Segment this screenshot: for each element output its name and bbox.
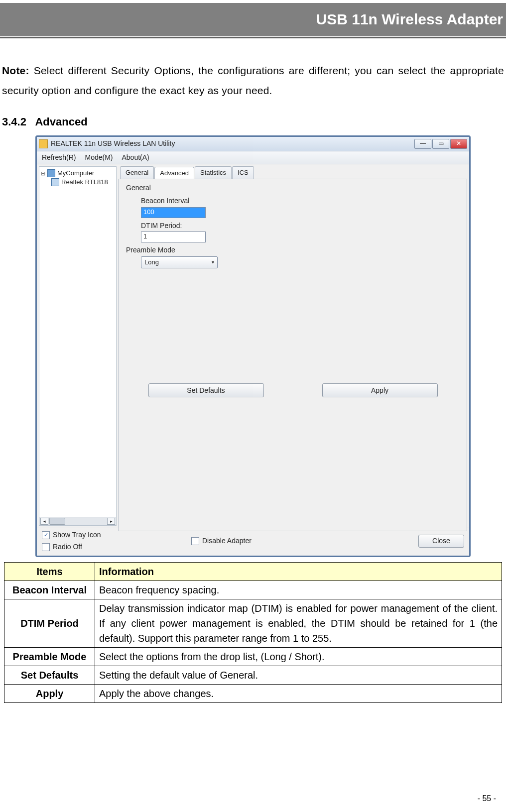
- beacon-interval-label: Beacon Interval: [141, 196, 460, 206]
- section-heading: 3.4.2 Advanced: [2, 112, 504, 132]
- minimize-button[interactable]: —: [414, 139, 431, 149]
- menu-about[interactable]: About(A): [122, 153, 149, 163]
- maximize-button[interactable]: ▭: [432, 139, 449, 149]
- table-row: Set DefaultsSetting the default value of…: [4, 666, 502, 685]
- set-defaults-button[interactable]: Set Defaults: [148, 383, 264, 397]
- titlebar[interactable]: REALTEK 11n USB Wireless LAN Utility — ▭…: [37, 137, 469, 151]
- row-info: Setting the default value of General.: [95, 666, 502, 685]
- tree-sidebar: ⊟ MyComputer Realtek RTL818 ◂ ▸: [39, 166, 117, 526]
- document-header: USB 11n Wireless Adapter: [0, 3, 506, 36]
- show-tray-checkbox[interactable]: ✓ Show Tray Icon: [42, 530, 191, 540]
- row-info: Apply the above changes.: [95, 685, 502, 703]
- row-item: Preamble Mode: [4, 648, 95, 666]
- table-row: DTIM PeriodDelay transmission indicator …: [4, 599, 502, 648]
- note-paragraph: Note: Select different Security Options,…: [2, 61, 504, 101]
- collapse-icon[interactable]: ⊟: [40, 170, 45, 177]
- col-items: Items: [4, 563, 95, 581]
- chevron-down-icon: ▾: [212, 259, 214, 266]
- section-title: Advanced: [35, 116, 87, 128]
- computer-icon: [47, 169, 55, 177]
- close-label: Close: [432, 536, 450, 546]
- row-item: Beacon Interval: [4, 581, 95, 599]
- group-label: General: [126, 183, 460, 193]
- row-info: Select the options from the drop list, (…: [95, 648, 502, 666]
- scroll-thumb[interactable]: [49, 518, 65, 525]
- tree-child[interactable]: Realtek RTL818: [40, 178, 115, 187]
- tab-statistics[interactable]: Statistics: [195, 166, 232, 179]
- tab-general[interactable]: General: [120, 166, 154, 179]
- dtim-period-label: DTIM Period:: [141, 221, 460, 231]
- note-label: Note:: [2, 65, 29, 76]
- info-table: Items Information Beacon IntervalBeacon …: [4, 562, 502, 703]
- beacon-interval-input[interactable]: 100: [141, 207, 206, 218]
- header-divider: [0, 37, 506, 38]
- set-defaults-label: Set Defaults: [187, 386, 225, 396]
- table-row: ApplyApply the above changes.: [4, 685, 502, 703]
- tab-advanced[interactable]: Advanced: [154, 167, 194, 179]
- menu-refresh[interactable]: Refresh(R): [42, 153, 76, 163]
- scroll-left-icon[interactable]: ◂: [40, 518, 48, 525]
- preamble-mode-label: Preamble Mode: [126, 245, 460, 255]
- window-title: REALTEK 11n USB Wireless LAN Utility: [51, 139, 414, 149]
- tab-ics[interactable]: ICS: [232, 166, 254, 179]
- apply-label: Apply: [371, 386, 388, 396]
- table-row: Beacon IntervalBeacon frequency spacing.: [4, 581, 502, 599]
- apply-button[interactable]: Apply: [322, 383, 438, 397]
- tree-root[interactable]: ⊟ MyComputer: [40, 169, 115, 178]
- app-window: REALTEK 11n USB Wireless LAN Utility — ▭…: [35, 135, 471, 558]
- dtim-period-input[interactable]: 1: [141, 232, 206, 242]
- row-item: Set Defaults: [4, 666, 95, 685]
- checkbox-empty-icon: [42, 543, 50, 551]
- disable-adapter-label: Disable Adapter: [202, 536, 252, 546]
- advanced-panel: General Beacon Interval 100 DTIM Period:…: [119, 179, 467, 531]
- preamble-mode-select[interactable]: Long ▾: [141, 256, 218, 268]
- scroll-right-icon[interactable]: ▸: [107, 518, 115, 525]
- tree-child-label: Realtek RTL818: [61, 178, 108, 187]
- dtim-period-value: 1: [143, 232, 147, 240]
- tree-root-label: MyComputer: [57, 169, 94, 178]
- table-row: Preamble ModeSelect the options from the…: [4, 648, 502, 666]
- close-window-button[interactable]: ✕: [450, 139, 467, 149]
- menu-mode[interactable]: Mode(M): [85, 153, 113, 163]
- page-number: - 55 -: [478, 791, 496, 806]
- horizontal-scrollbar[interactable]: ◂ ▸: [39, 517, 116, 525]
- radio-off-label: Radio Off: [53, 542, 82, 552]
- bottom-bar: ✓ Show Tray Icon Radio Off Disable Adapt…: [37, 528, 469, 556]
- document-title: USB 11n Wireless Adapter: [316, 11, 503, 27]
- disable-adapter-checkbox[interactable]: Disable Adapter: [191, 536, 418, 546]
- menubar: Refresh(R) Mode(M) About(A): [37, 151, 469, 165]
- preamble-mode-value: Long: [144, 258, 159, 267]
- close-button[interactable]: Close: [418, 535, 464, 548]
- beacon-interval-value: 100: [143, 208, 154, 216]
- show-tray-label: Show Tray Icon: [53, 530, 101, 540]
- checkbox-checked-icon: ✓: [42, 531, 50, 539]
- row-info: Beacon frequency spacing.: [95, 581, 502, 599]
- note-text: Select different Security Options, the c…: [2, 65, 504, 96]
- tabstrip: General Advanced Statistics ICS: [119, 166, 467, 179]
- row-item: DTIM Period: [4, 599, 95, 648]
- row-item: Apply: [4, 685, 95, 703]
- row-info: Delay transmission indicator map (DTIM) …: [95, 599, 502, 648]
- section-number: 3.4.2: [2, 116, 26, 128]
- col-information: Information: [95, 563, 502, 581]
- radio-off-checkbox[interactable]: Radio Off: [42, 542, 191, 552]
- app-icon: [39, 139, 48, 148]
- adapter-icon: [51, 178, 59, 186]
- checkbox-empty-icon: [191, 537, 199, 545]
